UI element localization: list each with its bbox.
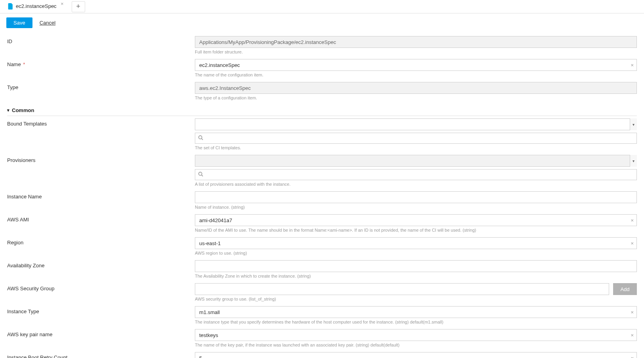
label-provisioners: Provisioners <box>7 155 195 163</box>
input-type <box>195 82 637 94</box>
input-security-group[interactable] <box>195 283 609 295</box>
add-security-group-button[interactable]: Add <box>613 283 637 295</box>
label-security-group: AWS Security Group <box>7 283 195 291</box>
chevron-down-icon: ▾ <box>7 108 10 113</box>
svg-line-3 <box>202 175 203 176</box>
section-common-title: Common <box>12 107 34 113</box>
help-name: The name of the configuration item. <box>195 72 637 77</box>
help-provisioners: A list of provisioners associated with t… <box>195 182 637 187</box>
input-name[interactable] <box>195 59 637 71</box>
clear-region-icon[interactable]: × <box>631 240 634 246</box>
input-availability-zone[interactable] <box>195 260 637 272</box>
search-bound-templates[interactable] <box>195 133 637 144</box>
help-availability-zone: The Availability Zone in which to create… <box>195 274 637 278</box>
plus-icon: + <box>76 2 80 11</box>
row-availability-zone: Availability Zone The Availability Zone … <box>7 258 637 281</box>
row-id: ID Full item folder structure. <box>7 34 637 57</box>
label-key-pair: AWS key pair name <box>7 329 195 337</box>
select-provisioners[interactable] <box>195 155 637 167</box>
label-instance-name: Instance Name <box>7 191 195 200</box>
input-key-pair[interactable] <box>195 329 637 341</box>
action-bar: Save Cancel <box>0 13 644 34</box>
row-provisioners: Provisioners ▾ A list of provisioners as… <box>7 152 637 189</box>
select-bound-templates[interactable] <box>195 118 637 130</box>
help-id: Full item folder structure. <box>195 50 637 54</box>
clear-name-icon[interactable]: × <box>631 62 634 68</box>
row-name: Name * × The name of the configuration i… <box>7 57 637 80</box>
label-type: Type <box>7 82 195 90</box>
label-aws-ami: AWS AMI <box>7 214 195 223</box>
tab-close-icon[interactable]: × <box>59 1 65 7</box>
help-region: AWS region to use. (string) <box>195 251 637 255</box>
file-icon <box>8 3 13 10</box>
label-bound-templates: Bound Templates <box>7 118 195 127</box>
form-area: ID Full item folder structure. Name * × … <box>0 34 644 358</box>
input-instance-name[interactable] <box>195 191 637 203</box>
row-security-group: AWS Security Group Add AWS security grou… <box>7 281 637 304</box>
input-region[interactable] <box>195 237 637 249</box>
new-tab-button[interactable]: + <box>72 1 85 12</box>
input-id <box>195 36 637 48</box>
label-instance-type: Instance Type <box>7 306 195 314</box>
help-aws-ami: Name/ID of the AMI to use. The name shou… <box>195 228 637 232</box>
row-key-pair: AWS key pair name × The name of the key … <box>7 327 637 350</box>
svg-point-0 <box>199 136 202 139</box>
label-availability-zone: Availability Zone <box>7 260 195 268</box>
label-id: ID <box>7 36 195 44</box>
save-button[interactable]: Save <box>6 17 32 28</box>
clear-aws-ami-icon[interactable]: × <box>631 217 634 223</box>
help-bound-templates: The set of CI templates. <box>195 145 637 150</box>
row-boot-retry: Instance Boot Retry Count × Number of ti… <box>7 350 637 358</box>
tab-label: ec2.instanceSpec <box>16 3 57 9</box>
row-aws-ami: AWS AMI × Name/ID of the AMI to use. The… <box>7 212 637 235</box>
clear-key-pair-icon[interactable]: × <box>631 332 634 338</box>
tab-ec2-instancespec[interactable]: ec2.instanceSpec × <box>6 0 61 13</box>
label-name: Name * <box>7 59 195 67</box>
svg-point-2 <box>199 172 202 175</box>
row-instance-name: Instance Name Name of instance. (string) <box>7 189 637 212</box>
section-common-header[interactable]: ▾ Common <box>7 104 637 116</box>
label-region: Region <box>7 237 195 246</box>
help-instance-type: The instance type that you specify deter… <box>195 320 637 324</box>
input-boot-retry[interactable] <box>195 352 637 358</box>
row-instance-type: Instance Type × The instance type that y… <box>7 304 637 327</box>
row-type: Type The type of a configuration item. <box>7 80 637 103</box>
search-icon <box>198 171 203 178</box>
cancel-link[interactable]: Cancel <box>40 20 55 26</box>
clear-boot-retry-icon[interactable]: × <box>631 355 634 358</box>
row-region: Region × AWS region to use. (string) <box>7 235 637 258</box>
label-boot-retry: Instance Boot Retry Count <box>7 352 195 358</box>
row-bound-templates: Bound Templates ▾ The set of CI template… <box>7 116 637 152</box>
help-instance-name: Name of instance. (string) <box>195 205 637 209</box>
help-key-pair: The name of the key pair, if the instanc… <box>195 343 637 347</box>
search-icon <box>198 135 203 141</box>
svg-line-1 <box>202 139 203 140</box>
input-aws-ami[interactable] <box>195 214 637 226</box>
required-marker: * <box>22 61 25 67</box>
help-security-group: AWS security group to use. (list_of_stri… <box>195 297 637 301</box>
tab-bar: ec2.instanceSpec × + <box>0 0 644 13</box>
search-provisioners[interactable] <box>195 169 637 180</box>
clear-instance-type-icon[interactable]: × <box>631 309 634 315</box>
input-instance-type[interactable] <box>195 306 637 318</box>
help-type: The type of a configuration item. <box>195 95 637 100</box>
